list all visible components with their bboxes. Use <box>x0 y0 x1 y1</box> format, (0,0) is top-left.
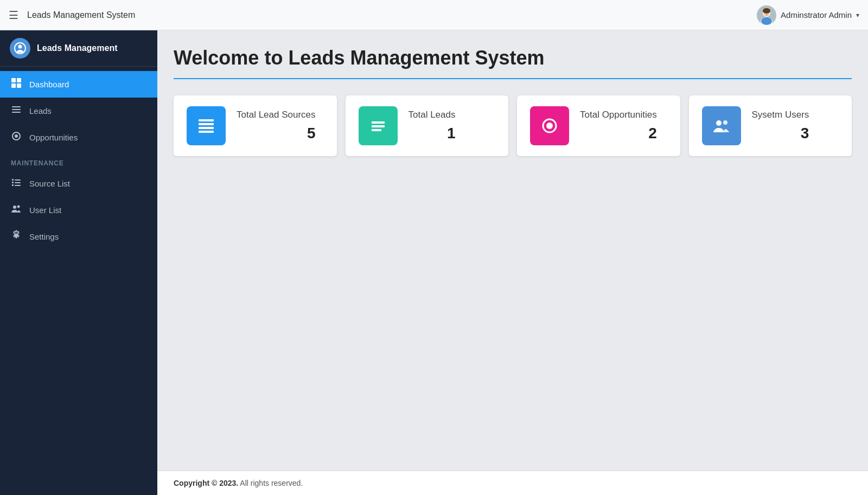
content-inner: Welcome to Leads Management System <box>157 30 868 471</box>
settings-icon <box>11 230 22 243</box>
brand-icon <box>10 38 30 59</box>
footer-copyright: Copyright © 2023. <box>174 479 238 487</box>
svg-rect-32 <box>372 125 385 127</box>
sidebar-item-dashboard[interactable]: Dashboard <box>0 71 157 98</box>
svg-rect-31 <box>372 121 385 124</box>
svg-point-25 <box>13 205 16 209</box>
username-label: Adminstrator Admin <box>781 10 852 20</box>
svg-rect-16 <box>12 112 21 113</box>
sidebar-nav: Dashboard Leads <box>0 67 157 254</box>
svg-rect-27 <box>199 119 214 121</box>
hamburger-icon[interactable]: ☰ <box>9 9 18 22</box>
svg-point-26 <box>17 205 20 208</box>
svg-rect-10 <box>11 78 16 82</box>
svg-rect-33 <box>372 129 381 131</box>
total-opportunities-icon-box <box>530 106 569 145</box>
heading-divider <box>174 78 852 79</box>
sidebar-item-opportunities-label: Opportunities <box>29 133 78 142</box>
svg-rect-22 <box>15 182 21 183</box>
svg-point-7 <box>763 8 770 14</box>
svg-point-36 <box>716 120 722 126</box>
total-opportunities-label: Total Opportunities <box>580 110 657 120</box>
svg-rect-12 <box>11 83 16 88</box>
svg-point-37 <box>723 120 727 125</box>
opportunities-icon <box>11 131 22 144</box>
total-opportunities-value: 2 <box>580 125 657 142</box>
svg-rect-15 <box>12 109 21 110</box>
stat-card-total-leads[interactable]: Total Leads 1 <box>346 95 509 156</box>
svg-point-4 <box>761 17 772 25</box>
total-leads-label: Total Leads <box>409 110 456 120</box>
user-menu[interactable]: Adminstrator Admin ▾ <box>757 5 859 25</box>
sidebar-item-dashboard-label: Dashboard <box>29 80 69 89</box>
svg-rect-21 <box>12 182 14 183</box>
footer-rights: All rights reserved. <box>238 479 303 487</box>
topbar: ☰ Leads Management System Adminstrator A… <box>0 0 868 30</box>
svg-rect-14 <box>12 106 21 107</box>
page-title: Welcome to Leads Management System <box>174 47 852 69</box>
total-leads-icon-box <box>359 106 398 145</box>
system-users-label: Sysetm Users <box>752 110 809 120</box>
sidebar-item-user-list-label: User List <box>29 205 61 215</box>
svg-point-35 <box>546 123 553 129</box>
system-users-value: 3 <box>752 125 809 142</box>
svg-rect-28 <box>199 123 214 125</box>
source-list-icon <box>11 177 22 190</box>
svg-rect-29 <box>199 127 214 129</box>
leads-icon <box>11 104 22 118</box>
footer: Copyright © 2023. All rights reserved. <box>157 471 868 495</box>
stat-card-total-lead-sources[interactable]: Total Lead Sources 5 <box>174 95 337 156</box>
total-opportunities-info: Total Opportunities 2 <box>580 110 657 142</box>
sidebar-item-user-list[interactable]: User List <box>0 197 157 223</box>
system-users-icon-box <box>702 106 741 145</box>
sidebar-item-source-list[interactable]: Source List <box>0 170 157 197</box>
stats-row: Total Lead Sources 5 Total Leads <box>174 95 852 156</box>
sidebar-item-settings[interactable]: Settings <box>0 223 157 250</box>
main-layout: Leads Management Dashboard <box>0 30 868 495</box>
total-leads-value: 1 <box>409 125 456 142</box>
svg-rect-13 <box>17 83 21 88</box>
total-lead-sources-value: 5 <box>237 125 316 142</box>
avatar <box>757 5 776 25</box>
sidebar-item-leads-label: Leads <box>29 106 52 115</box>
sidebar-brand: Leads Management <box>0 30 157 67</box>
stat-card-total-opportunities[interactable]: Total Opportunities 2 <box>517 95 680 156</box>
system-users-info: Sysetm Users 3 <box>752 110 809 142</box>
svg-point-18 <box>15 134 18 138</box>
svg-rect-11 <box>17 78 21 82</box>
sidebar: Leads Management Dashboard <box>0 30 157 495</box>
total-leads-info: Total Leads 1 <box>409 110 456 142</box>
user-menu-caret-icon: ▾ <box>856 11 859 19</box>
dashboard-icon <box>11 78 22 91</box>
maintenance-label: Maintenance <box>0 151 157 170</box>
topbar-left: ☰ Leads Management System <box>9 9 135 22</box>
brand-label: Leads Management <box>37 43 117 53</box>
total-lead-sources-icon-box <box>187 106 226 145</box>
svg-rect-19 <box>12 179 14 181</box>
total-lead-sources-label: Total Lead Sources <box>237 110 316 120</box>
sidebar-item-leads[interactable]: Leads <box>0 98 157 124</box>
svg-point-9 <box>18 45 22 49</box>
topbar-title: Leads Management System <box>27 10 135 20</box>
sidebar-item-source-list-label: Source List <box>29 179 70 188</box>
stat-card-system-users[interactable]: Sysetm Users 3 <box>689 95 852 156</box>
sidebar-item-opportunities[interactable]: Opportunities <box>0 124 157 151</box>
user-list-icon <box>11 203 22 217</box>
content-area: Welcome to Leads Management System <box>157 30 868 495</box>
svg-rect-23 <box>12 184 14 186</box>
total-lead-sources-info: Total Lead Sources 5 <box>237 110 316 142</box>
sidebar-item-settings-label: Settings <box>29 232 59 241</box>
svg-rect-24 <box>15 185 21 186</box>
svg-rect-30 <box>199 131 214 133</box>
svg-rect-20 <box>15 179 21 181</box>
